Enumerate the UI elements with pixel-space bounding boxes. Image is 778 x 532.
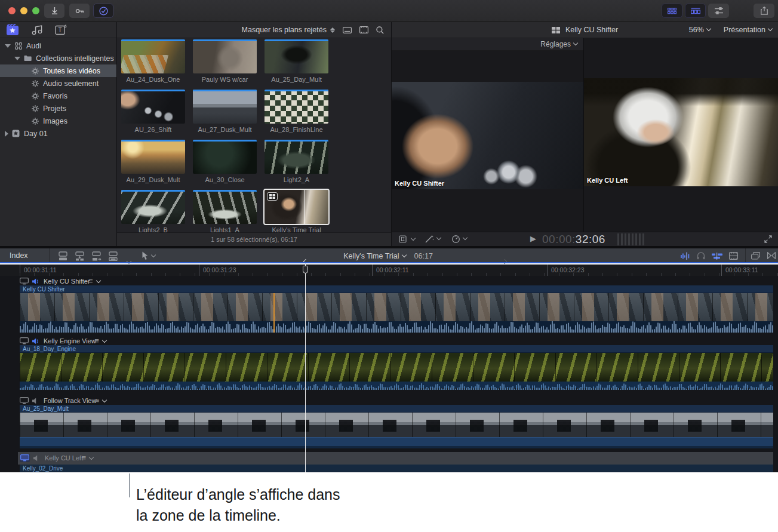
sidebar-item-day-01[interactable]: Day 01	[0, 127, 116, 140]
browser-clip-kelly-s-time-trial[interactable]	[265, 190, 328, 224]
browser-clip-au-30-close[interactable]	[193, 140, 257, 174]
viewer-settings-dropdown[interactable]: Réglages	[392, 38, 583, 51]
angle-options-icon[interactable]: ≡	[88, 278, 93, 285]
browser-clip-pauly-ws-w-car[interactable]	[193, 39, 257, 73]
clip-name-bar[interactable]: Au_18_Day_Engine	[20, 345, 773, 353]
share-button[interactable]	[754, 4, 774, 18]
angle-header-kelly-engine-view[interactable]: Kelly Engine View ≡	[20, 337, 106, 345]
enhancements-dropdown[interactable]	[425, 235, 441, 243]
close-window-button[interactable]	[8, 7, 16, 14]
sidebar-item-audi[interactable]: Audi	[0, 39, 116, 52]
music-media-tab[interactable]	[31, 24, 43, 35]
video-monitor-icon[interactable]	[20, 278, 29, 285]
clip-audio-band[interactable]	[20, 437, 773, 448]
browser-clip-au-27-dusk-mult[interactable]	[193, 90, 257, 124]
angle-header-kelly-cu-left[interactable]: Kelly CU Left ≡	[20, 454, 93, 462]
crop-transform-dropdown[interactable]	[399, 235, 415, 243]
sidebar-item-favoris[interactable]: Favoris	[0, 90, 116, 102]
browser-clip-light2-a[interactable]	[265, 140, 328, 174]
keyword-editor-button[interactable]	[69, 4, 90, 18]
angle-header-kelly-cu-shifter[interactable]: Kelly CU Shifter ≡	[20, 277, 100, 285]
sidebar-item-collections-intelligentes[interactable]: Collections intelligentes	[0, 52, 116, 64]
browser-clip-au-28-finishline[interactable]	[265, 90, 328, 124]
disclosure-triangle-icon[interactable]	[5, 131, 8, 137]
clip-name-bar[interactable]: Au_25_Day_Mult	[20, 405, 773, 413]
index-button[interactable]: Index	[10, 251, 28, 260]
clip-appearance-icon[interactable]	[343, 27, 352, 33]
titles-media-tab[interactable]: T	[55, 24, 67, 35]
video-monitor-icon[interactable]	[20, 397, 29, 404]
show-inspector-button[interactable]	[708, 4, 729, 18]
play-button[interactable]: ▶	[530, 234, 536, 243]
filmstrip-view-icon[interactable]	[359, 26, 368, 33]
clip-name-bar[interactable]: Kelly_02_Drive	[20, 465, 773, 472]
browser-clip-lights1-a[interactable]	[193, 190, 257, 224]
timeline-toolbar: Index Kelly's Time Trial 06:17	[0, 248, 778, 263]
clip-filmstrip-kelly-cu-shifter[interactable]	[20, 293, 773, 321]
video-monitor-icon[interactable]	[20, 337, 29, 345]
clip-audio-waveform[interactable]	[20, 321, 773, 333]
audio-monitor-icon[interactable]	[32, 398, 40, 404]
angle-right-label: Kelly CU Left	[587, 177, 628, 184]
show-timeline-button[interactable]	[685, 4, 706, 18]
timeline-windows-icon[interactable]	[751, 252, 760, 260]
insert-edit-button[interactable]	[74, 251, 86, 261]
snapping-icon[interactable]	[712, 253, 722, 260]
connect-edit-button[interactable]	[57, 251, 69, 261]
expand-viewer-icon[interactable]	[764, 235, 772, 243]
zoom-window-button[interactable]	[32, 7, 39, 14]
browser-clip-au-26-shift[interactable]	[121, 90, 185, 124]
audio-skimming-icon[interactable]	[681, 252, 690, 260]
disclosure-triangle-icon[interactable]	[5, 44, 11, 48]
clip-name-bar[interactable]: Kelly CU Shifter	[20, 285, 773, 293]
video-monitor-icon-active[interactable]	[20, 454, 30, 462]
clip-audio-strip[interactable]	[20, 382, 773, 388]
clip-filmstrip-engine-view[interactable]	[20, 353, 773, 382]
angle-viewer-left-video[interactable]: Kelly CU Shifter	[392, 82, 583, 189]
clip-appearance-button[interactable]	[729, 252, 738, 260]
show-browser-button[interactable]	[662, 4, 682, 18]
title-bar	[0, 0, 778, 22]
viewer-zoom-dropdown[interactable]: 56%	[689, 26, 711, 34]
sidebar-item-toutes-les-vid-os[interactable]: Toutes les vidéos	[0, 64, 116, 77]
favorite-stripe	[193, 90, 257, 91]
angle-options-icon[interactable]: ≡	[82, 454, 87, 462]
viewer-presentation-dropdown[interactable]: Présentation	[724, 26, 772, 34]
timecode-display[interactable]: 00:00:32:06	[542, 233, 605, 246]
sidebar-item-projets[interactable]: Projets	[0, 102, 116, 115]
search-icon[interactable]	[376, 26, 384, 34]
clip-filmstrip-follow-track[interactable]	[20, 413, 773, 437]
angle-header-follow-track-view[interactable]: Follow Track View ≡	[20, 396, 106, 405]
disclosure-triangle-icon[interactable]	[14, 57, 20, 60]
sidebar-item-images[interactable]: Images	[0, 115, 116, 127]
angle-options-icon[interactable]: ≡	[94, 337, 99, 345]
timeline-history-dropdown[interactable]: Kelly's Time Trial	[343, 252, 405, 260]
minimize-window-button[interactable]	[20, 7, 27, 14]
playhead[interactable]	[305, 276, 306, 472]
audio-meters[interactable]	[617, 233, 644, 245]
import-media-button[interactable]	[44, 4, 64, 18]
timeline-ruler[interactable]: 00:00:31:1100:00:31:2300:00:32:1100:00:3…	[0, 265, 778, 276]
angle-options-icon[interactable]: ≡	[95, 397, 100, 404]
audio-monitor-icon[interactable]	[32, 278, 40, 285]
favorite-stripe	[193, 190, 257, 192]
browser-clip-au-24-dusk-one[interactable]	[121, 39, 185, 73]
background-tasks-button[interactable]	[93, 4, 113, 18]
solo-icon[interactable]	[697, 252, 705, 260]
clip-name-label: Au_27_Dusk_Mult	[193, 126, 257, 133]
video-media-tab[interactable]	[6, 24, 19, 36]
clip-filter-dropdown[interactable]: Masquer les plans rejetés	[242, 26, 335, 34]
audio-monitor-icon[interactable]	[32, 338, 40, 345]
browser-clip-au-29-dusk-mult[interactable]	[121, 140, 185, 174]
append-edit-button[interactable]	[91, 251, 103, 261]
browser-clip-au-25-day-mult[interactable]	[265, 39, 328, 73]
tools-dropdown[interactable]	[142, 251, 155, 260]
retime-dropdown[interactable]	[451, 235, 467, 243]
audio-monitor-icon[interactable]	[33, 455, 41, 462]
overwrite-edit-button[interactable]	[107, 251, 119, 261]
sidebar-item-audio-seulement[interactable]: Audio seulement	[0, 77, 116, 90]
browser-clip-lights2-b[interactable]	[121, 190, 185, 224]
playhead-handle[interactable]	[303, 266, 308, 273]
angle-viewer-right-video[interactable]: Kelly CU Left	[584, 78, 778, 186]
close-angle-editor-icon[interactable]	[767, 252, 776, 259]
